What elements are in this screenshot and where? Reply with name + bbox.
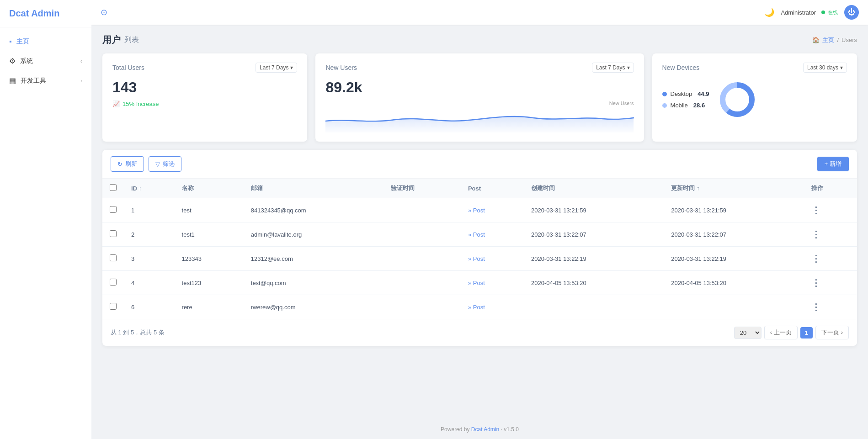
row-name-2: 123343 <box>175 247 244 271</box>
new-devices-dropdown-label: Last 30 days <box>807 64 838 71</box>
new-devices-dropdown[interactable]: Last 30 days ▾ <box>803 63 847 73</box>
filter-btn-icon: ▽ <box>155 161 160 168</box>
page-body: 用户 列表 🏠 主页 / Users Total Users Last 7 Da… <box>91 25 868 420</box>
sidebar-item-home[interactable]: ▪ 主页 <box>0 32 91 51</box>
th-post-label: Post <box>468 185 481 192</box>
mobile-value: 28.6 <box>693 102 705 109</box>
th-action: 操作 <box>804 179 857 198</box>
row-updated-0: 2020-03-31 13:21:59 <box>664 198 804 222</box>
sidebar-item-devtools[interactable]: ▦ 开发工具 ‹ <box>0 71 91 90</box>
post-link-4[interactable]: » Post <box>468 304 485 311</box>
total-users-card-header: Total Users Last 7 Days ▾ <box>112 63 297 73</box>
devtools-icon: ▦ <box>9 76 16 85</box>
filter-button[interactable]: ▽ 筛选 <box>149 156 181 172</box>
table-toolbar: ↻ 刷新 ▽ 筛选 + 新增 <box>102 150 857 179</box>
row-checkbox-3[interactable] <box>110 279 117 286</box>
row-id-4: 6 <box>124 295 175 319</box>
mobile-label: Mobile <box>671 102 688 109</box>
row-action-2[interactable]: ⋮ <box>804 247 857 271</box>
refresh-button[interactable]: ↻ 刷新 <box>111 156 144 172</box>
devices-content: Desktop 44.9 Mobile 28.6 <box>662 79 847 120</box>
action-menu-3[interactable]: ⋮ <box>811 278 821 288</box>
add-btn-label: + 新增 <box>825 160 841 168</box>
th-verify: 验证时间 <box>383 179 460 198</box>
desktop-label: Desktop <box>671 90 692 97</box>
pagination-row: 从 1 到 5，总共 5 条 20 50 100 ‹ 上一页 1 下一页 › <box>102 319 857 346</box>
action-menu-1[interactable]: ⋮ <box>811 229 821 239</box>
select-all-checkbox[interactable] <box>110 184 117 191</box>
row-action-4[interactable]: ⋮ <box>804 295 857 319</box>
sidebar-logo: Dcat Admin <box>0 0 91 27</box>
th-created-label: 创建时间 <box>531 185 555 191</box>
breadcrumb-current: Users <box>841 37 857 43</box>
new-users-dropdown[interactable]: Last 7 Days ▾ <box>592 63 634 73</box>
table-row: 2 test1 admin@lavalite.org » Post 2020-0… <box>102 222 857 247</box>
new-users-chart-label: New Users <box>609 100 634 106</box>
row-post-3[interactable]: » Post <box>461 271 524 295</box>
row-post-4[interactable]: » Post <box>461 295 524 319</box>
row-name-4: rere <box>175 295 244 319</box>
action-menu-2[interactable]: ⋮ <box>811 254 821 264</box>
page-size-select[interactable]: 20 50 100 <box>734 327 761 339</box>
row-checkbox-2[interactable] <box>110 254 117 261</box>
action-menu-0[interactable]: ⋮ <box>811 205 821 215</box>
th-id[interactable]: ID ↑ <box>124 179 175 198</box>
row-verify-1 <box>383 222 460 247</box>
donut-svg <box>717 79 758 120</box>
row-post-0[interactable]: » Post <box>461 198 524 222</box>
next-page-button[interactable]: 下一页 › <box>815 326 849 339</box>
sidebar-item-home-label: 主页 <box>16 37 29 46</box>
row-action-0[interactable]: ⋮ <box>804 198 857 222</box>
total-users-dropdown[interactable]: Last 7 Days ▾ <box>256 63 297 73</box>
total-users-dropdown-icon: ▾ <box>290 64 293 71</box>
post-link-1[interactable]: » Post <box>468 231 485 238</box>
footer-brand-link[interactable]: Dcat Admin <box>471 426 499 433</box>
breadcrumb-sep: / <box>837 37 839 43</box>
row-post-2[interactable]: » Post <box>461 247 524 271</box>
row-checkbox-0[interactable] <box>110 206 117 213</box>
row-id-3: 4 <box>124 271 175 295</box>
donut-chart <box>717 79 758 120</box>
th-email: 邮箱 <box>244 179 384 198</box>
sidebar-item-system[interactable]: ⚙ 系统 ‹ <box>0 51 91 71</box>
new-users-label: New Users <box>325 64 357 71</box>
user-info: Administrator 在线 <box>781 9 838 16</box>
stat-cards: Total Users Last 7 Days ▾ 143 📈 15% Incr… <box>102 53 857 142</box>
prev-page-button[interactable]: ‹ 上一页 <box>764 326 798 339</box>
row-updated-4 <box>664 295 804 319</box>
moon-icon[interactable]: 🌙 <box>764 7 774 17</box>
row-checkbox-cell <box>102 271 124 295</box>
row-verify-0 <box>383 198 460 222</box>
row-checkbox-cell <box>102 198 124 222</box>
chevron-icon-system: ‹ <box>80 58 82 64</box>
row-action-3[interactable]: ⋮ <box>804 271 857 295</box>
row-checkbox-4[interactable] <box>110 303 117 310</box>
row-email-3: test@qq.com <box>244 271 384 295</box>
footer: Powered by Dcat Admin · v1.5.0 <box>91 420 868 439</box>
action-menu-4[interactable]: ⋮ <box>811 302 821 312</box>
th-updated[interactable]: 更新时间 ↑ <box>664 179 804 198</box>
power-button[interactable]: ⏻ <box>844 5 859 20</box>
post-link-2[interactable]: » Post <box>468 255 485 262</box>
user-online-dot <box>821 11 825 14</box>
table-row: 4 test123 test@qq.com » Post 2020-04-05 … <box>102 271 857 295</box>
refresh-icon[interactable]: ⊙ <box>101 7 107 17</box>
post-link-0[interactable]: » Post <box>468 207 485 214</box>
th-created: 创建时间 <box>524 179 664 198</box>
breadcrumb-home-link[interactable]: 主页 <box>822 36 834 44</box>
sidebar-nav: ▪ 主页 ⚙ 系统 ‹ ▦ 开发工具 ‹ <box>0 27 91 95</box>
breadcrumb-home-icon: 🏠 <box>812 37 820 43</box>
row-checkbox-1[interactable] <box>110 230 117 237</box>
row-updated-2: 2020-03-31 13:22:19 <box>664 247 804 271</box>
add-button[interactable]: + 新增 <box>817 157 849 171</box>
page-title-area: 用户 列表 <box>102 34 139 46</box>
user-online-status: 在线 <box>828 9 838 16</box>
topbar-left: ⊙ <box>101 7 107 17</box>
row-post-1[interactable]: » Post <box>461 222 524 247</box>
row-checkbox-cell <box>102 222 124 247</box>
row-action-1[interactable]: ⋮ <box>804 222 857 247</box>
row-email-4: rwerew@qq.com <box>244 295 384 319</box>
row-id-2: 3 <box>124 247 175 271</box>
footer-text: Powered by <box>441 426 469 433</box>
post-link-3[interactable]: » Post <box>468 280 485 286</box>
